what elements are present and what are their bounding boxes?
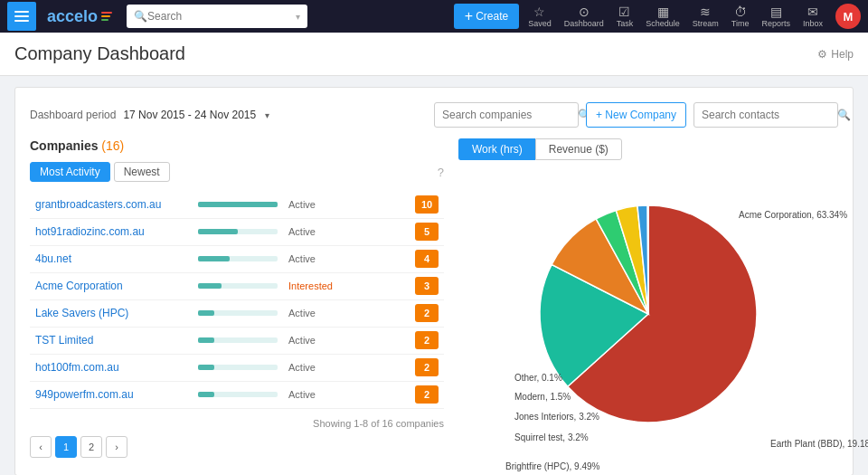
logo-decoration [101, 12, 112, 21]
company-status-text: Active [288, 253, 316, 264]
toolbar-row: Dashboard period 17 Nov 2015 - 24 Nov 20… [30, 102, 838, 128]
table-row: Lake Savers (HPC) Active 2 [30, 299, 444, 327]
help-link[interactable]: ⚙ Help [817, 48, 854, 61]
company-list: grantbroadcasters.com.au Active 10 hot91… [30, 191, 444, 409]
create-label: Create [476, 10, 508, 23]
prev-page-button[interactable]: ‹ [30, 436, 52, 458]
nav-stream-label: Stream [693, 19, 719, 28]
nav-schedule-label: Schedule [646, 19, 680, 28]
chart-tab-revenue[interactable]: Revenue ($) [535, 138, 622, 160]
nav-time[interactable]: ⏱ Time [726, 4, 755, 30]
pie-label-0: Acme Corporation, 63.34% [739, 210, 847, 220]
nav-icons: ☆ Saved ⊙ Dashboard ☑ Task ▦ Schedule ≋ … [523, 4, 828, 30]
nav-time-label: Time [731, 19, 750, 28]
chart-tabs: Work (hrs) Revenue ($) [458, 138, 838, 160]
schedule-icon: ▦ [657, 5, 669, 18]
dashboard-icon: ⊙ [579, 5, 590, 18]
companies-title: Companies (16) [30, 138, 444, 153]
nav-task[interactable]: ☑ Task [611, 4, 639, 30]
showing-text: Showing 1-8 of 16 companies [313, 418, 444, 429]
logo: accelo [47, 7, 112, 26]
table-row: hot91radiozinc.com.au Active 5 [30, 218, 444, 245]
logo-text: accelo [47, 7, 98, 26]
nav-dashboard[interactable]: ⊙ Dashboard [559, 4, 609, 30]
search-icon: 🔍 [134, 10, 147, 23]
help-icon: ⚙ [817, 48, 827, 61]
company-name-link[interactable]: 949powerfm.com.au [35, 388, 134, 401]
company-score-badge: 2 [415, 304, 439, 322]
filter-tabs: Most Activity Newest ? [30, 162, 444, 182]
next-page-button[interactable]: › [106, 436, 127, 458]
period-label: Dashboard period [30, 109, 116, 121]
company-score-badge: 10 [415, 195, 439, 214]
toolbar-right: 🔍 + New Company 🔍 [434, 102, 838, 128]
left-panel: Companies (16) Most Activity Newest ? gr… [30, 138, 444, 461]
company-status-text: Active [288, 308, 316, 318]
svg-rect-0 [14, 11, 29, 13]
filter-tab-most-activity[interactable]: Most Activity [30, 162, 110, 182]
company-score-badge: 5 [415, 223, 439, 241]
company-status-text: Active [288, 226, 316, 237]
search-contacts-icon: 🔍 [837, 109, 851, 121]
company-status-text: Active [288, 389, 316, 400]
nav-saved[interactable]: ☆ Saved [523, 4, 557, 30]
reports-icon: ▤ [770, 5, 782, 18]
company-name-link[interactable]: Lake Savers (HPC) [35, 307, 128, 319]
company-status-text: Interested [288, 280, 333, 291]
new-company-button[interactable]: + New Company [586, 102, 686, 128]
company-score-badge: 2 [415, 385, 439, 404]
table-row: grantbroadcasters.com.au Active 10 [30, 191, 444, 218]
time-icon: ⏱ [734, 5, 747, 18]
top-nav: accelo 🔍 ▾ + Create ☆ Saved ⊙ Dashboard … [0, 0, 868, 33]
help-text: Help [831, 48, 854, 61]
search-companies-input[interactable] [442, 109, 578, 121]
search-contacts-input[interactable] [702, 109, 837, 121]
star-icon: ☆ [533, 5, 545, 18]
user-avatar[interactable]: M [835, 4, 861, 29]
task-icon: ☑ [618, 5, 630, 18]
period-dropdown-button[interactable]: ▾ [265, 110, 269, 120]
search-input[interactable] [147, 10, 294, 23]
dashboard-card: Dashboard period 17 Nov 2015 - 24 Nov 20… [14, 87, 854, 475]
pie-segment-6[interactable] [647, 205, 648, 314]
inbox-icon: ✉ [807, 5, 818, 18]
create-button[interactable]: + Create [454, 4, 519, 29]
nav-schedule[interactable]: ▦ Schedule [640, 4, 685, 30]
company-name-link[interactable]: TST Limited [35, 334, 93, 347]
nav-reports[interactable]: ▤ Reports [756, 4, 796, 30]
hamburger-button[interactable] [7, 2, 36, 31]
page-2-button[interactable]: 2 [80, 436, 102, 458]
plus-icon: + [465, 9, 473, 24]
table-row: TST Limited Active 2 [30, 327, 444, 354]
svg-rect-2 [14, 20, 29, 22]
company-name-link[interactable]: grantbroadcasters.com.au [35, 198, 161, 211]
search-contacts-bar: 🔍 [693, 102, 838, 128]
company-name-link[interactable]: Acme Corporation [35, 280, 123, 292]
filter-tab-newest[interactable]: Newest [114, 162, 170, 182]
svg-rect-1 [14, 15, 29, 17]
search-companies-bar: 🔍 [434, 102, 579, 128]
company-name-link[interactable]: hot91radiozinc.com.au [35, 225, 145, 238]
company-score-badge: 3 [415, 277, 439, 295]
company-score-badge: 2 [415, 358, 439, 376]
nav-inbox-label: Inbox [803, 19, 823, 28]
pie-chart: Acme Corporation, 63.34%Earth Plant (BBD… [458, 180, 838, 451]
pie-label-4: Jones Interiors, 3.2% [514, 412, 599, 422]
company-name-link[interactable]: 4bu.net [35, 252, 71, 265]
right-panel: Work (hrs) Revenue ($) Acme Corporation,… [458, 138, 838, 461]
pie-label-1: Earth Plant (BBD), 19.18% [770, 439, 868, 449]
chart-tab-work[interactable]: Work (hrs) [458, 138, 535, 160]
company-name-link[interactable]: hot100fm.com.au [35, 361, 119, 374]
company-status-text: Active [288, 199, 316, 210]
page-1-button[interactable]: 1 [55, 436, 77, 458]
table-row: hot100fm.com.au Active 2 [30, 354, 444, 381]
search-dropdown-button[interactable]: ▾ [296, 12, 300, 22]
nav-inbox[interactable]: ✉ Inbox [797, 4, 828, 30]
company-score-badge: 2 [415, 331, 439, 349]
toolbar-left: Dashboard period 17 Nov 2015 - 24 Nov 20… [30, 109, 269, 121]
pie-label-2: Brightfire (HPC), 9.49% [505, 461, 600, 471]
nav-stream[interactable]: ≋ Stream [687, 4, 724, 30]
two-col-layout: Companies (16) Most Activity Newest ? gr… [30, 138, 838, 461]
table-row: Acme Corporation Interested 3 [30, 272, 444, 299]
nav-dashboard-label: Dashboard [564, 19, 604, 28]
